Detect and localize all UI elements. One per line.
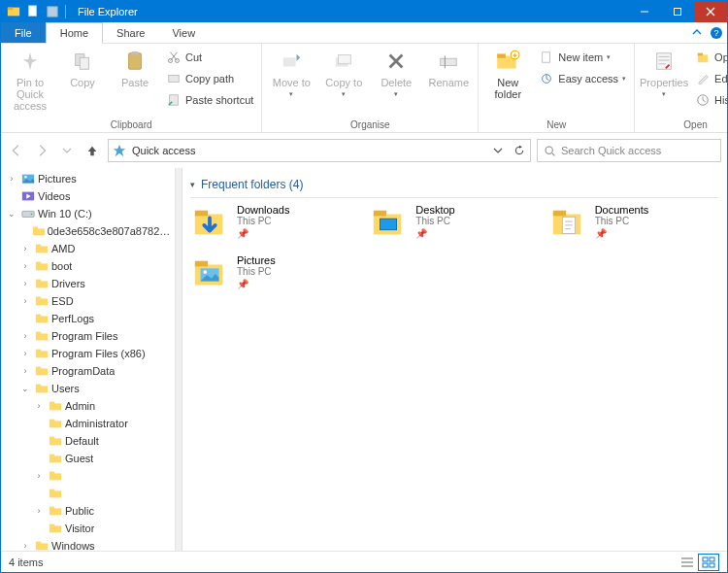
forward-button[interactable] [32,141,51,160]
svg-rect-18 [169,76,180,83]
qat-new-icon[interactable] [24,3,42,20]
refresh-button[interactable] [509,140,530,161]
back-button[interactable] [7,141,26,160]
minimize-button[interactable] [628,1,661,22]
chevron-right-icon[interactable]: › [18,277,32,290]
tree-item[interactable]: ›ProgramData [1,362,175,380]
group-organise: Move to▾ Copy to▾ Delete▾ Rename Organis… [262,44,479,132]
history-button[interactable]: History [693,90,728,110]
up-button[interactable] [83,141,102,160]
content-pane[interactable]: ▾ Frequent folders (4) DownloadsThis PC📌… [176,168,727,551]
tree-item[interactable]: ›ESD [1,292,175,310]
tree-item[interactable]: ›boot [1,257,175,275]
chevron-right-icon[interactable]: › [18,242,32,255]
chevron-right-icon[interactable]: › [18,539,32,551]
tree-item[interactable]: ›Windows [1,537,175,551]
pin-to-quick-access-button[interactable]: Pin to Quick access [7,46,53,112]
tree-item[interactable]: Administrator [1,415,175,432]
tree-item[interactable]: Videos [1,187,175,205]
chevron-right-icon[interactable]: › [32,504,46,518]
thumbnails-view-button[interactable] [698,554,719,571]
tree-item[interactable]: ›Public [1,502,175,520]
scroll-track[interactable] [176,168,182,551]
tree-item[interactable]: ›Program Files [1,327,175,345]
paste-button[interactable]: Paste [112,46,158,88]
pin-icon: 📌 [595,228,649,239]
tree-item[interactable]: Guest [1,450,175,467]
chevron-down-icon[interactable]: ⌄ [18,382,32,395]
ribbon-tabstrip: File Home Share View ? [1,22,727,44]
tree-item-label: ProgramData [51,365,115,377]
file-tab[interactable]: File [1,22,46,43]
address-bar[interactable]: Quick access [108,139,531,162]
svg-rect-33 [657,53,672,70]
qat-properties-icon[interactable] [44,3,61,20]
tree-item[interactable]: ⌄Win 10 (C:) [1,205,175,222]
folder-tile[interactable]: DesktopThis PC📌 [369,204,540,249]
tree-item[interactable]: ›AMD [1,240,175,257]
svg-rect-84 [50,507,54,510]
rename-button[interactable]: Rename [425,46,472,88]
paste-shortcut-button[interactable]: Paste shortcut [164,90,255,110]
section-header[interactable]: ▾ Frequent folders (4) [182,168,727,197]
chevron-right-icon[interactable]: › [18,364,32,378]
tree-item[interactable]: ›Drivers [1,275,175,292]
collapse-ribbon-icon[interactable] [688,22,706,43]
copy-to-button[interactable]: Copy to▾ [320,46,367,98]
chevron-right-icon[interactable]: › [18,347,32,360]
tree-item[interactable]: › [1,467,175,485]
tree-spacer [32,487,46,500]
details-view-button[interactable] [677,554,698,571]
open-button[interactable]: Open ▾ [693,48,728,67]
cut-button[interactable]: Cut [164,48,255,67]
new-folder-button[interactable]: ✦ New folder [484,46,531,100]
nav-pane[interactable]: ›PicturesVideos⌄Win 10 (C:)0de3e658c3e80… [1,168,176,551]
new-item-button[interactable]: New item ▾ [537,48,628,67]
help-icon[interactable]: ? [706,22,727,43]
chevron-down-icon[interactable]: ⌄ [5,207,18,220]
tree-item[interactable]: ›Admin [1,397,175,415]
nav-row: Quick access Search Quick access [1,137,727,164]
delete-button[interactable]: Delete▾ [373,46,419,98]
chevron-right-icon[interactable]: › [18,329,32,343]
chevron-right-icon[interactable]: › [32,469,46,483]
chevron-right-icon[interactable]: › [32,399,46,413]
svg-point-50 [31,214,33,216]
tree-item[interactable]: ›Program Files (x86) [1,345,175,362]
chevron-right-icon[interactable]: › [18,294,32,308]
chevron-right-icon[interactable]: › [5,172,18,185]
tree-item[interactable]: Visitor [1,520,175,537]
search-box[interactable]: Search Quick access [537,139,721,162]
copy-button[interactable]: Copy [59,46,106,88]
close-button[interactable] [694,1,727,22]
properties-button[interactable]: Properties▾ [641,46,687,98]
easy-access-button[interactable]: Easy access ▾ [537,69,628,88]
tree-item[interactable]: Default [1,432,175,450]
address-history-dropdown[interactable] [487,140,509,161]
tree-item[interactable] [1,485,175,502]
svg-rect-13 [131,51,138,55]
home-tab[interactable]: Home [46,22,103,44]
folder-tile[interactable]: DownloadsThis PC📌 [190,204,361,249]
tree-item[interactable]: 0de3e658c3e807a8782406204 [1,222,175,240]
tree-item[interactable]: ›Pictures [1,170,175,187]
share-tab[interactable]: Share [103,22,158,43]
paste-shortcut-icon [166,92,182,108]
tree-item[interactable]: ⌄Users [1,380,175,397]
folder-icon [48,487,63,500]
copy-path-button[interactable]: Copy path [164,69,255,88]
chevron-right-icon[interactable]: › [18,259,32,273]
edit-button[interactable]: Edit [693,69,728,88]
recent-locations-button[interactable] [57,141,77,160]
svg-rect-28 [497,53,506,57]
breadcrumb[interactable]: Quick access [132,145,195,156]
move-to-button[interactable]: Move to▾ [268,46,314,98]
svg-rect-71 [50,403,61,410]
folder-tile[interactable]: DocumentsThis PC📌 [548,204,719,249]
maximize-button[interactable] [661,1,694,22]
folder-tile[interactable]: PicturesThis PC📌 [190,254,361,299]
tile-subtitle: This PC [415,216,454,226]
view-tab[interactable]: View [158,22,209,43]
copy-to-icon [330,48,357,75]
tree-item[interactable]: PerfLogs [1,310,175,327]
